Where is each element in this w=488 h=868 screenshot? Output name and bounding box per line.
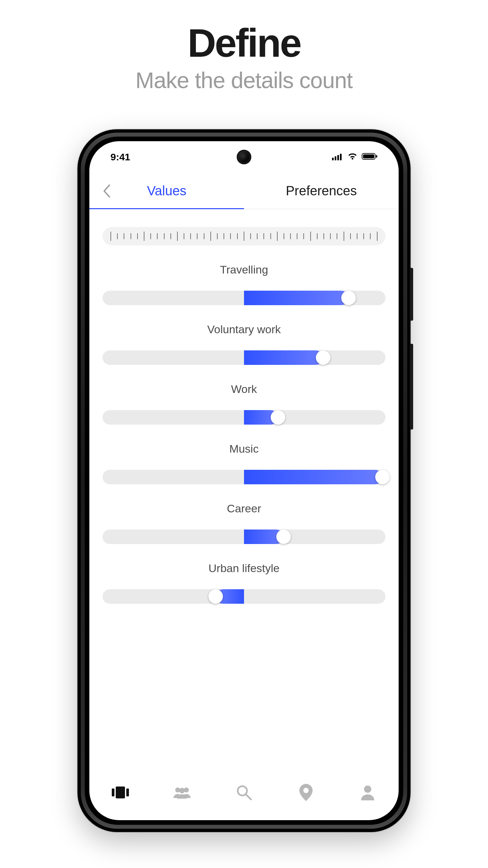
slider-thumb[interactable] <box>375 470 390 484</box>
cellular-icon <box>332 151 343 163</box>
slider-thumb[interactable] <box>341 291 356 305</box>
status-time: 9:41 <box>110 151 130 163</box>
hero-subtitle: Make the details count <box>0 67 488 93</box>
svg-rect-9 <box>126 788 129 797</box>
ruler <box>102 227 386 245</box>
slider-label: Music <box>102 442 386 455</box>
svg-rect-6 <box>376 155 377 158</box>
slider[interactable] <box>102 589 386 604</box>
slider-thumb[interactable] <box>271 410 285 425</box>
svg-rect-7 <box>112 788 115 797</box>
nav-item[interactable] <box>111 783 130 802</box>
slider[interactable] <box>102 529 386 544</box>
profile-icon <box>358 783 377 802</box>
wifi-icon <box>347 151 358 163</box>
stack-icon <box>111 783 130 802</box>
slider[interactable] <box>102 410 386 425</box>
slider[interactable] <box>102 470 386 484</box>
svg-point-12 <box>180 788 185 794</box>
statusbar: 9:41 <box>89 141 399 173</box>
slider-label: Career <box>102 502 386 515</box>
tab-preferences[interactable]: Preferences <box>244 173 399 209</box>
svg-rect-8 <box>116 786 125 798</box>
slider-thumb[interactable] <box>276 529 291 544</box>
search-icon <box>235 783 253 802</box>
svg-rect-2 <box>337 155 339 160</box>
svg-rect-0 <box>332 158 334 160</box>
svg-point-15 <box>303 788 308 793</box>
slider-label: Work <box>102 383 386 396</box>
tab-label: Values <box>147 183 186 198</box>
slider-label: Travelling <box>102 263 386 276</box>
svg-rect-1 <box>335 156 336 160</box>
nav-item[interactable] <box>173 783 191 802</box>
slider-thumb[interactable] <box>208 589 223 604</box>
location-icon <box>297 783 315 802</box>
nav-item[interactable] <box>358 783 377 802</box>
phone-side-button <box>410 344 413 430</box>
tab-values[interactable]: Values <box>89 173 244 209</box>
slider[interactable] <box>102 350 386 365</box>
slider-label: Voluntary work <box>102 323 386 336</box>
svg-rect-3 <box>340 154 341 160</box>
slider-thumb[interactable] <box>316 350 330 365</box>
nav-item[interactable] <box>297 783 315 802</box>
phone-side-button <box>410 268 413 321</box>
tab-label: Preferences <box>286 183 357 198</box>
hero-title: Define <box>0 23 488 63</box>
slider[interactable] <box>102 291 386 305</box>
slider-label: Urban lifestyle <box>102 562 386 575</box>
svg-point-16 <box>364 785 371 793</box>
people-icon <box>173 783 191 802</box>
battery-icon <box>362 151 378 163</box>
svg-rect-5 <box>363 154 374 158</box>
svg-line-14 <box>246 795 251 799</box>
nav-item[interactable] <box>235 783 253 802</box>
